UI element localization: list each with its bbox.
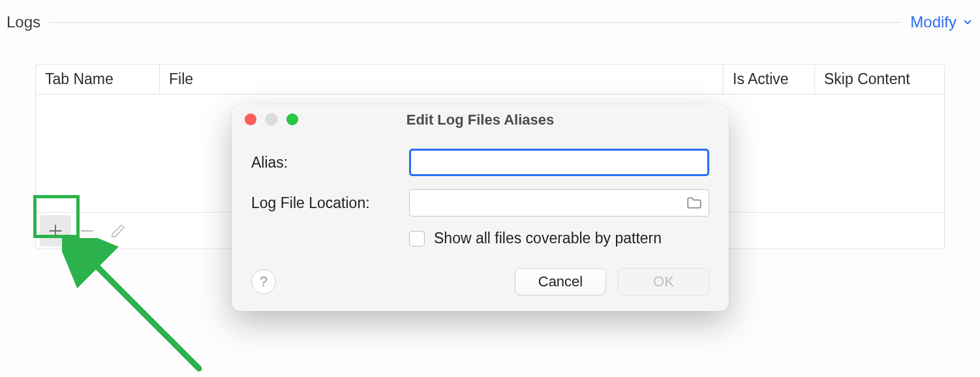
show-all-checkbox[interactable] bbox=[409, 231, 425, 247]
ok-label: OK bbox=[653, 273, 674, 290]
modify-label: Modify bbox=[910, 13, 957, 31]
minus-icon bbox=[78, 222, 95, 239]
table-header: Tab Name File Is Active Skip Content bbox=[36, 65, 944, 95]
help-icon: ? bbox=[260, 273, 268, 290]
edit-button[interactable] bbox=[102, 215, 134, 247]
add-button[interactable] bbox=[40, 215, 71, 247]
annotation-arrow bbox=[62, 238, 212, 377]
svg-line-4 bbox=[85, 255, 199, 369]
column-is-active[interactable]: Is Active bbox=[724, 65, 815, 94]
dialog-titlebar[interactable]: Edit Log Files Aliases bbox=[232, 104, 729, 136]
close-window-button[interactable] bbox=[245, 113, 256, 125]
column-skip-content[interactable]: Skip Content bbox=[815, 65, 944, 94]
alias-label: Alias: bbox=[251, 154, 409, 172]
ok-button[interactable]: OK bbox=[618, 268, 709, 295]
location-label: Log File Location: bbox=[251, 194, 409, 212]
alias-row: Alias: bbox=[251, 149, 709, 176]
cancel-button[interactable]: Cancel bbox=[515, 268, 606, 295]
zoom-window-button[interactable] bbox=[286, 113, 298, 125]
browse-location-button[interactable] bbox=[686, 194, 703, 211]
folder-icon bbox=[686, 194, 703, 211]
dialog-title: Edit Log Files Aliases bbox=[232, 112, 729, 128]
location-row: Log File Location: bbox=[251, 189, 709, 217]
dialog-body: Alias: Log File Location: Show all files… bbox=[232, 136, 729, 268]
alias-input[interactable] bbox=[409, 149, 709, 176]
pencil-icon bbox=[110, 223, 126, 239]
column-file[interactable]: File bbox=[160, 65, 724, 94]
window-controls bbox=[245, 113, 298, 125]
remove-button[interactable] bbox=[71, 215, 102, 247]
cancel-label: Cancel bbox=[538, 273, 583, 290]
show-all-row: Show all files coverable by pattern bbox=[409, 230, 709, 247]
plus-icon bbox=[47, 222, 64, 239]
modify-dropdown[interactable]: Modify bbox=[901, 13, 973, 31]
column-tab-name[interactable]: Tab Name bbox=[36, 65, 160, 94]
help-button[interactable]: ? bbox=[251, 269, 276, 294]
edit-log-files-aliases-dialog: Edit Log Files Aliases Alias: Log File L… bbox=[232, 104, 729, 311]
minimize-window-button[interactable] bbox=[266, 113, 277, 125]
section-title: Logs bbox=[7, 13, 50, 31]
log-file-location-input[interactable] bbox=[409, 189, 709, 217]
section-divider bbox=[50, 22, 901, 23]
section-header: Logs Modify bbox=[7, 9, 973, 35]
chevron-down-icon bbox=[962, 16, 973, 28]
show-all-label: Show all files coverable by pattern bbox=[434, 230, 662, 247]
dialog-footer: ? Cancel OK bbox=[232, 268, 729, 311]
